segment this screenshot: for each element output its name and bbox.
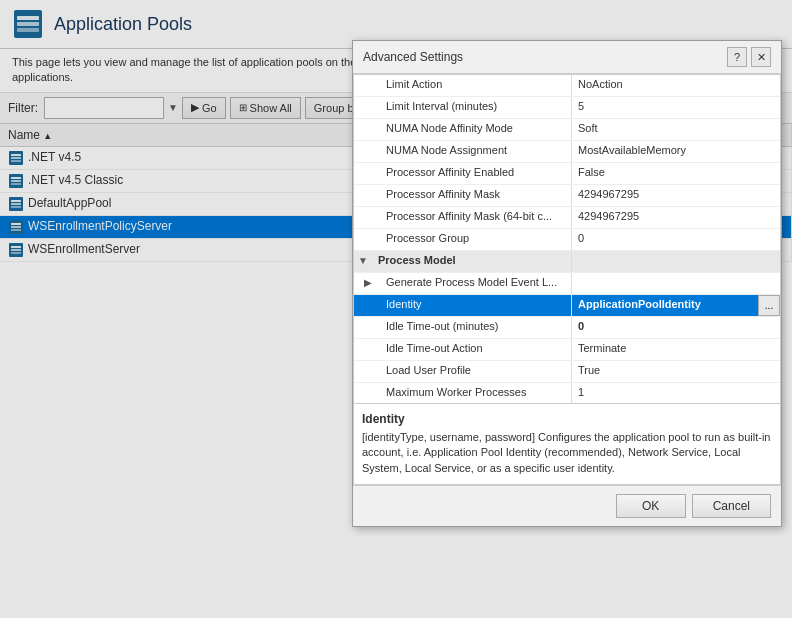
props-row[interactable]: IdentityApplicationPoolIdentity...: [354, 295, 780, 317]
expand-icon: [354, 97, 372, 118]
prop-value: 0: [572, 317, 780, 338]
prop-value: NoAction: [572, 75, 780, 96]
expand-icon: [354, 229, 372, 250]
prop-value: Terminate: [572, 339, 780, 360]
props-row[interactable]: Processor Affinity Mask (64-bit c...4294…: [354, 207, 780, 229]
close-button[interactable]: ✕: [751, 47, 771, 67]
prop-name: NUMA Node Assignment: [372, 141, 572, 162]
prop-name: Processor Affinity Mask: [372, 185, 572, 206]
expand-icon: ▼: [354, 251, 372, 272]
prop-value: 1: [572, 383, 780, 404]
cancel-button[interactable]: Cancel: [692, 494, 771, 518]
prop-name: Limit Action: [372, 75, 572, 96]
prop-name: Identity: [372, 295, 572, 316]
props-row[interactable]: Idle Time-out ActionTerminate: [354, 339, 780, 361]
props-row[interactable]: Processor Affinity Mask4294967295: [354, 185, 780, 207]
expand-icon: ▶: [354, 273, 372, 294]
main-window: Application Pools This page lets you vie…: [0, 0, 792, 618]
props-row[interactable]: Maximum Worker Processes1: [354, 383, 780, 404]
prop-value: 0: [572, 229, 780, 250]
prop-name: Processor Affinity Mask (64-bit c...: [372, 207, 572, 228]
expand-icon: [354, 317, 372, 338]
expand-icon: [354, 295, 372, 316]
dialog-titlebar: Advanced Settings ? ✕: [353, 41, 781, 74]
expand-icon: [354, 141, 372, 162]
description-area: Identity [identityType, username, passwo…: [353, 404, 781, 485]
prop-value: Soft: [572, 119, 780, 140]
expand-icon: [354, 383, 372, 404]
prop-name: Maximum Worker Processes: [372, 383, 572, 404]
dialog-overlay: Advanced Settings ? ✕ Limit ActionNoActi…: [0, 0, 792, 618]
prop-browse-button[interactable]: ...: [758, 295, 780, 316]
prop-name: Load User Profile: [372, 361, 572, 382]
prop-name: Processor Group: [372, 229, 572, 250]
dialog-title: Advanced Settings: [363, 50, 463, 64]
props-row[interactable]: Limit Interval (minutes)5: [354, 97, 780, 119]
expand-icon: [354, 207, 372, 228]
props-row[interactable]: NUMA Node Affinity ModeSoft: [354, 119, 780, 141]
expand-icon: [354, 163, 372, 184]
help-button[interactable]: ?: [727, 47, 747, 67]
prop-value: 5: [572, 97, 780, 118]
props-row[interactable]: Processor Affinity EnabledFalse: [354, 163, 780, 185]
prop-name: Processor Affinity Enabled: [372, 163, 572, 184]
props-row[interactable]: Load User ProfileTrue: [354, 361, 780, 383]
prop-name: Generate Process Model Event L...: [372, 273, 572, 294]
prop-value: 4294967295: [572, 207, 780, 228]
prop-name: Idle Time-out (minutes): [372, 317, 572, 338]
expand-icon: [354, 119, 372, 140]
props-row[interactable]: NUMA Node AssignmentMostAvailableMemory: [354, 141, 780, 163]
props-row: ▼Process Model: [354, 251, 780, 273]
prop-name: Limit Interval (minutes): [372, 97, 572, 118]
prop-value: MostAvailableMemory: [572, 141, 780, 162]
prop-name: NUMA Node Affinity Mode: [372, 119, 572, 140]
prop-value: True: [572, 361, 780, 382]
props-row[interactable]: Idle Time-out (minutes)0: [354, 317, 780, 339]
dialog-controls: ? ✕: [727, 47, 771, 67]
desc-title: Identity: [362, 412, 772, 426]
props-row[interactable]: ▶Generate Process Model Event L...: [354, 273, 780, 295]
prop-name: Process Model: [372, 251, 572, 272]
props-row[interactable]: Processor Group0: [354, 229, 780, 251]
prop-value: False: [572, 163, 780, 184]
properties-grid: Limit ActionNoActionLimit Interval (minu…: [353, 74, 781, 404]
desc-text: [identityType, username, password] Confi…: [362, 430, 772, 476]
dialog-footer: OK Cancel: [353, 485, 781, 526]
expand-icon: [354, 361, 372, 382]
expand-icon: [354, 185, 372, 206]
prop-value: 4294967295: [572, 185, 780, 206]
ok-button[interactable]: OK: [616, 494, 686, 518]
expand-icon: [354, 339, 372, 360]
expand-icon: [354, 75, 372, 96]
props-row[interactable]: Limit ActionNoAction: [354, 75, 780, 97]
prop-value: ApplicationPoolIdentity: [572, 295, 758, 316]
prop-name: Idle Time-out Action: [372, 339, 572, 360]
advanced-settings-dialog: Advanced Settings ? ✕ Limit ActionNoActi…: [352, 40, 782, 527]
